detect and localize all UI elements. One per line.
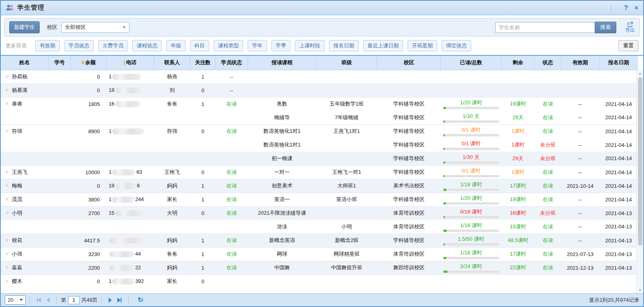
table-row[interactable]: 游泳 小明 体育培训校区 1/16 课时 15课时 在读 -- 2021-04-…: [1, 220, 638, 234]
filter-button[interactable]: 开班星期: [408, 40, 437, 51]
first-page-button[interactable]: [37, 298, 41, 303]
scroll-up-icon[interactable]: ▲: [638, 70, 642, 77]
next-page-button[interactable]: [109, 298, 112, 303]
vertical-scrollbar[interactable]: ▲ ▼: [636, 70, 643, 293]
gender-icon: ♀: [5, 182, 9, 189]
column-header[interactable]: 校区: [377, 56, 441, 70]
phone-cell: 1: [106, 124, 154, 138]
column-header[interactable]: 已读/总数: [441, 56, 501, 70]
campus-select-value: 全部校区: [65, 24, 86, 31]
class-cell: 王艳飞一对1: [316, 165, 377, 179]
column-header[interactable]: (电话: [106, 56, 154, 70]
filter-button[interactable]: 年级: [166, 40, 186, 51]
column-header[interactable]: 班级: [316, 56, 377, 70]
table-row[interactable]: ♀樱木 0 1392 家长 0: [1, 274, 638, 288]
filter-button[interactable]: 欠费学员: [98, 40, 128, 51]
table-row[interactable]: ♂孙易杨 0 1 杨燕 1 --: [1, 70, 638, 83]
filter-button[interactable]: 最近上课日期: [363, 40, 403, 51]
balance-cell: 2200: [71, 261, 106, 274]
table-row[interactable]: ♂睿睿 1805 16 爸爸 1 在读 奥数 五年级数学1班 学科辅导校区 1/…: [1, 97, 638, 111]
search-button[interactable]: 搜索: [595, 22, 616, 33]
campus-cell: 学科辅导校区: [377, 138, 441, 152]
course-cell: 2021不限游泳辅导课: [248, 206, 316, 220]
student-name: 小强: [12, 251, 22, 257]
table-row[interactable]: ♀杨慕溪 0 19 刘 0 --: [1, 83, 638, 97]
student-no-cell: [48, 179, 71, 193]
phone-redacted-block: [112, 197, 134, 203]
table-row[interactable]: ♀校花 4417.5 妈妈 1 在读 新概念英语 新概念2班 学科辅导校区 1.…: [1, 234, 638, 247]
reset-button[interactable]: 重置: [618, 40, 638, 51]
table-row[interactable]: ♀梅梅 0 196 妈妈 1 在读 创意美术 大师班1 美术书法校区 1/18 …: [1, 179, 638, 193]
pagination-divider: [128, 297, 129, 304]
scrollbar-thumb[interactable]: [638, 77, 642, 246]
table-row[interactable]: ♂小明 2700 15 大明 0 在读 2021不限游泳辅导课 体育培训校区 0…: [1, 206, 638, 220]
page-number-input[interactable]: [68, 296, 79, 304]
reg-date-cell: 2021-04-13: [599, 234, 638, 247]
balance-cell: 3230: [71, 247, 106, 261]
column-header[interactable]: 状态: [535, 56, 561, 70]
help-icon[interactable]: ?: [624, 4, 628, 11]
student-no-cell: [48, 261, 71, 274]
filter-button[interactable]: 科目: [190, 40, 209, 51]
filter-button[interactable]: 课程类型: [214, 40, 243, 51]
student-no-cell: [48, 234, 71, 247]
campus-cell: 学科辅导校区: [377, 124, 441, 138]
scroll-down-icon[interactable]: ▼: [638, 287, 642, 293]
filter-button[interactable]: 学年: [248, 40, 267, 51]
column-header[interactable]: 姓名: [1, 56, 48, 70]
filter-button[interactable]: 学员状态: [64, 40, 94, 51]
column-header[interactable]: ¥余额: [71, 56, 106, 70]
table-row[interactable]: 晚辅导 7年级晚辅 学科辅导校区 1/30 天 29天 在读 -- 2021-0…: [1, 111, 638, 124]
table-row[interactable]: 初一晚课 学科辅导校区 1/30 天 29天 未分班 -- 2021-04-14: [1, 152, 638, 165]
filter-button[interactable]: 课程状态: [132, 40, 162, 51]
prev-page-button[interactable]: [46, 298, 50, 303]
column-header[interactable]: 报名日期: [599, 56, 638, 70]
progress-bar: [443, 230, 499, 232]
validity-cell: --: [561, 165, 599, 179]
contact-cell: 妈妈: [154, 234, 190, 247]
phone-cell: 19: [106, 83, 154, 97]
progress-bar: [443, 216, 499, 218]
filter-button[interactable]: 学季: [271, 40, 291, 51]
table-row[interactable]: ♀茂茂 3800 1244 家长 1 在读 英语一 英语小班 学科辅导校区 1/…: [1, 193, 638, 206]
filter-button[interactable]: 报名日期: [329, 40, 359, 51]
campus-select[interactable]: 全部校区: [61, 22, 129, 33]
scrollbar-track[interactable]: [638, 77, 642, 287]
close-icon[interactable]: ×: [634, 4, 638, 11]
course-cell: 游泳: [248, 220, 316, 234]
campus-cell: [377, 274, 441, 288]
table-row[interactable]: ♀嘉嘉 2200 22 妈妈 1 在读 中国舞 中国舞提升班 舞蹈培训校区 2/…: [1, 261, 638, 274]
remaining-cell: 17课时: [501, 247, 535, 261]
table-row[interactable]: ♀王燕飞 10000 163 王艳飞 0 在读 一对一 王艳飞一对1 学科辅导校…: [1, 165, 638, 179]
column-header[interactable]: 报读课程: [248, 56, 316, 70]
table-row[interactable]: 数语英物化1对1 学科辅导校区 0/1 课时 1课时 未分班 -- 2021-0…: [1, 138, 638, 152]
filter-button[interactable]: 上课时段: [295, 40, 325, 51]
table-row[interactable]: ♂符强 8900 1 符强 0 在读 数语英物化1对1 王燕飞1对1 学科辅导校…: [1, 124, 638, 138]
contact-cell: 爸爸: [154, 247, 190, 261]
refresh-icon[interactable]: ↻: [137, 296, 143, 304]
filter-button[interactable]: 绑定状态: [442, 40, 471, 51]
page-size-select[interactable]: 20: [5, 295, 26, 305]
column-header[interactable]: 联系人: [154, 56, 190, 70]
column-header[interactable]: 学员状态: [215, 56, 248, 70]
last-page-button[interactable]: [117, 298, 121, 303]
validity-cell: --: [561, 111, 599, 124]
column-header[interactable]: 有效期: [561, 56, 599, 70]
table-row[interactable]: ♂小强 3230 44 爸爸 1 在读 网球 网球精英班 体育培训校区 1/18…: [1, 247, 638, 261]
column-header[interactable]: 学号: [48, 56, 71, 70]
balance-cell: 3800: [71, 193, 106, 206]
student-status-cell: --: [215, 83, 248, 97]
column-header[interactable]: 剩余: [501, 56, 535, 70]
campus-cell: 体育培训校区: [377, 206, 441, 220]
student-name: 茂茂: [12, 196, 22, 202]
filter-button[interactable]: 有效期: [35, 40, 60, 51]
search-input[interactable]: [495, 22, 595, 33]
reg-date-cell: 2021-04-13: [599, 247, 638, 261]
new-student-button[interactable]: 新建学生: [9, 21, 40, 33]
progress-bar: [443, 202, 499, 205]
course-status-cell: 在读: [535, 111, 561, 124]
export-button[interactable]: 导出: [625, 21, 635, 33]
column-header[interactable]: 关注数: [190, 56, 216, 70]
progress-text: 1/18 课时: [442, 250, 501, 256]
remaining-cell: [501, 83, 535, 97]
